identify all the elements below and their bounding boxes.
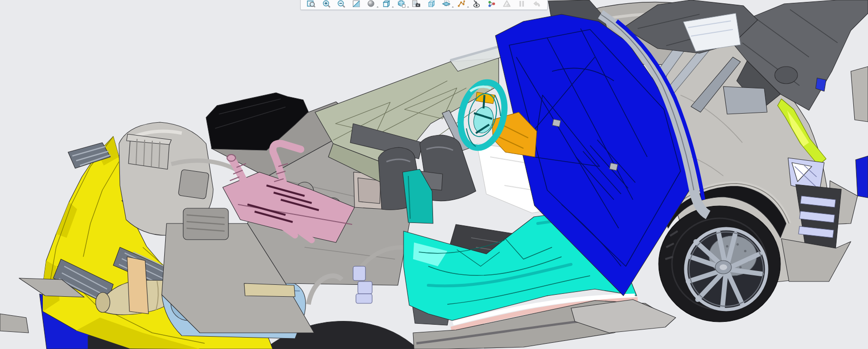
zoom-area-button[interactable] [304,0,318,9]
pause-icon [517,0,526,8]
zoom-out-button[interactable] [334,0,348,9]
warning-button[interactable] [500,0,514,9]
part-intake-snorkel[interactable] [127,134,171,169]
product-links-button[interactable] [484,0,499,9]
zoom-out-icon [337,0,345,8]
hide-show-button[interactable] [470,0,484,9]
section-plane-icon [442,0,451,8]
product-links-icon [487,0,496,8]
render-wireframe-icon [382,0,391,8]
undo-icon [533,0,541,8]
part-mounting-bracket[interactable] [127,257,148,314]
warning-icon [503,0,511,8]
zoom-fit-button[interactable] [349,0,364,9]
view-toolbar [300,0,548,10]
dropdown-caret [452,6,454,8]
dropdown-caret [392,6,394,8]
zoom-in-icon [322,0,331,8]
zoom-in-button[interactable] [319,0,334,9]
model-viewport[interactable] [0,0,868,349]
hide-show-icon [473,0,481,8]
view-orientation-icon [397,0,406,8]
measure-skeleton-button[interactable] [454,0,469,9]
cad-viewer-window: { "canvas": { "background_color": "#e9ea… [0,0,868,349]
render-shaded-icon [367,0,375,8]
view-orientation-button[interactable] [395,0,409,9]
capture-image-icon [412,0,421,8]
ghost-view-icon [427,0,436,8]
dropdown-caret [467,6,469,8]
pause-button[interactable] [514,0,529,9]
dropdown-caret [407,6,409,8]
zoom-fit-icon [352,0,361,8]
zoom-area-icon [307,0,316,8]
capture-image-button[interactable] [409,0,424,9]
undo-button[interactable] [530,0,544,9]
render-shaded-button[interactable] [364,0,378,9]
section-plane-button[interactable] [439,0,454,9]
dropdown-caret [377,6,379,8]
render-wireframe-button[interactable] [379,0,394,9]
ghost-view-button[interactable] [424,0,439,9]
measure-skeleton-icon [457,0,466,8]
